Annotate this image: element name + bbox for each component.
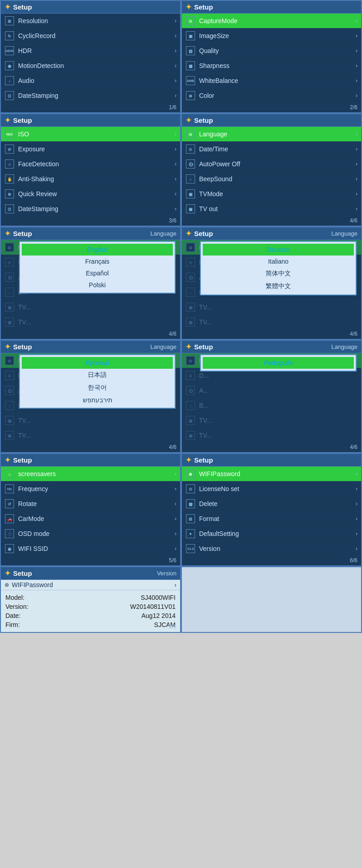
version-info-block: Model: SJ4000WIFI Version: W20140811V01 … <box>1 590 180 632</box>
panel-lang2-title: Setup <box>194 230 213 237</box>
tvmode-icon: ▣ <box>186 189 195 199</box>
list-item[interactable]: ↻ CyclicRecord › <box>1 29 180 43</box>
list-item[interactable]: ▨ Quality › <box>182 43 361 58</box>
list-item[interactable]: AWB WhiteBalance › <box>182 73 361 88</box>
list-item[interactable]: ▦ Delete › <box>182 497 361 511</box>
list-item: ▣ TV... <box>1 428 180 443</box>
b4-icon: ♪ <box>186 400 195 410</box>
list-item[interactable]: ☼ screensavers › <box>1 467 180 482</box>
list-item[interactable]: ISO ISO › <box>1 127 180 142</box>
panel-2-menu: ⊙ CaptureMode › ▣ ImageSize › ▨ Quality … <box>182 14 361 112</box>
lang-option-japanese[interactable]: 日本語 <box>22 369 173 381</box>
panel-4-6-setup: ✦ Setup ⊙ Language › ⊙ Date/Time › ⏻ Aut… <box>181 113 362 227</box>
screensaver-icon: ☼ <box>5 469 14 479</box>
list-item[interactable]: ↺ Rotate › <box>1 497 180 511</box>
lang-bg3-icon: ⊙ <box>5 356 14 366</box>
list-item[interactable]: ⊡ DateStamping › <box>1 202 180 217</box>
page-indicator-l4: 4/6 <box>350 444 357 450</box>
lang-option-chinese-simplified[interactable]: 简体中文 <box>203 267 354 280</box>
lang-option-chinese-traditional[interactable]: 繁體中文 <box>203 280 354 293</box>
lang-option-espanol[interactable]: Español <box>22 267 173 279</box>
tv5-icon: ▣ <box>5 415 14 425</box>
list-item[interactable]: ✦ DefaultSetting › <box>182 526 361 541</box>
lang-bg2-icon: ⊙ <box>186 242 195 252</box>
panel-3-menu: ISO ISO › ⊘ Exposure › ☺ FaceDetection ›… <box>1 127 180 226</box>
wifi-password-row[interactable]: ⊛ WIFIPassword › <box>1 580 180 590</box>
wifipw-top-icon: ⊛ <box>5 582 9 588</box>
gear-icon: ✦ <box>5 3 10 11</box>
list-item[interactable]: Hz Frequency › <box>1 482 180 497</box>
imagesize-icon: ▣ <box>186 31 195 41</box>
lang-option-english[interactable]: English <box>22 244 173 256</box>
list-item[interactable]: ♪ Audio › <box>1 73 180 88</box>
quality-icon: ▨ <box>186 46 195 56</box>
list-item: ⏻ A... <box>182 383 361 398</box>
panel-5-menu: ☼ screensavers › Hz Frequency › ↺ Rotate… <box>1 467 180 565</box>
lang-bg4-icon: ⊙ <box>186 356 195 366</box>
panel-lang3-header: ✦ Setup Language <box>1 341 180 353</box>
tv2-icon: ▣ <box>5 317 14 327</box>
panel-lang3-bg: ⊙ Language › ⊙ D... ⏻ A... ♪ B... ▣ TV..… <box>1 353 180 452</box>
gear-icon-2: ✦ <box>186 3 191 11</box>
list-item[interactable]: ▣ TV out › <box>182 202 361 217</box>
list-item[interactable]: ⊙ Language › <box>182 127 361 142</box>
color-icon: ⊛ <box>186 91 195 101</box>
tv1-icon: ▣ <box>5 302 14 312</box>
datetime-icon: ⊙ <box>186 144 195 154</box>
panel-lang-english: ✦ Setup Language ⊙ Language › ⊙ D... ⏻ A… <box>0 227 181 340</box>
row-6: ✦ Setup Version ⊛ WIFIPassword › Model: … <box>0 566 362 633</box>
list-item[interactable]: ⁛ OSD mode › <box>1 526 180 541</box>
list-item[interactable]: ⊞ Format › <box>182 511 361 526</box>
list-item[interactable]: ⊘ Exposure › <box>1 142 180 157</box>
autopower-icon: ⏻ <box>186 159 195 169</box>
list-item[interactable]: ⊙ Date/Time › <box>182 142 361 157</box>
list-item[interactable]: ◉ WIFI SSID › <box>1 541 180 556</box>
list-item[interactable]: ⊙ LicenseNo set › <box>182 482 361 497</box>
row-2: ✦ Setup ISO ISO › ⊘ Exposure › ☺ FaceDet… <box>0 113 362 227</box>
panel-lang-deutsch: ✦ Setup Language ⊙ Language › ⊙ D... ⏻ A… <box>181 227 362 340</box>
list-item[interactable]: ⊞ Resolution › <box>1 14 180 29</box>
lang-option-russian[interactable]: Русский <box>22 357 173 369</box>
list-item[interactable]: ♪ BeepSound › <box>182 172 361 187</box>
page-indicator-6: 6/6 <box>350 557 357 564</box>
list-item[interactable]: ⊛ WIFIPassword › <box>182 467 361 482</box>
page-indicator-l2: 4/6 <box>350 331 357 337</box>
list-item[interactable]: ⊕ Quick Review › <box>1 187 180 202</box>
lang-option-korean[interactable]: 한국어 <box>22 381 173 394</box>
list-item[interactable]: ⊙ CaptureMode › <box>182 14 361 29</box>
language-dropdown: English Français Español Polski <box>19 241 176 294</box>
datestamp-icon: ⊡ <box>5 204 14 214</box>
panel-lang1-bg: ⊙ Language › ⊙ D... ⏻ A... ♪ B... ▣ TV..… <box>1 240 180 339</box>
list-item[interactable]: ▣ TVMode › <box>182 187 361 202</box>
list-item[interactable]: ☺ FaceDetection › <box>1 157 180 172</box>
row-4: ✦ Setup Language ⊙ Language › ⊙ D... ⏻ A… <box>0 340 362 453</box>
tv3-icon: ▣ <box>186 302 195 312</box>
lang-option-hebrew[interactable]: תירבעתפש <box>22 394 173 406</box>
panel-1-header: ✦ Setup <box>1 1 180 14</box>
list-item[interactable]: ▩ Sharpness › <box>182 58 361 73</box>
panel-6-header: ✦ Setup <box>182 454 361 467</box>
panel-4-title: Setup <box>194 116 213 124</box>
list-item[interactable]: V1.0 Version › <box>182 541 361 556</box>
panel-2-6-setup: ✦ Setup ⊙ CaptureMode › ▣ ImageSize › ▨ … <box>181 0 362 113</box>
language-dropdown-3: Русский 日本語 한국어 תירבעתפש <box>19 354 176 409</box>
list-item[interactable]: ▣ ImageSize › <box>182 29 361 43</box>
lang-option-italiano[interactable]: Italiano <box>203 256 354 267</box>
list-item[interactable]: ⊛ Color › <box>182 88 361 103</box>
panel-5-title: Setup <box>13 456 32 464</box>
osd-icon: ⁛ <box>5 529 14 539</box>
list-item[interactable]: ⊡ DateStamping › <box>1 88 180 103</box>
panel-2-header: ✦ Setup <box>182 1 361 14</box>
lang-option-portuguese[interactable]: Português <box>203 357 354 369</box>
panel-1-6-setup: ✦ Setup ⊞ Resolution › ↻ CyclicRecord › … <box>0 0 181 113</box>
list-item[interactable]: HDR HDR › <box>1 43 180 58</box>
page-indicator-v: 6/6 <box>169 624 176 630</box>
lang-option-deutsch[interactable]: Deutsch <box>203 244 354 256</box>
list-item[interactable]: ✋ Anti-Shaking › <box>1 172 180 187</box>
lang-option-polski[interactable]: Polski <box>22 279 173 291</box>
lang-option-francais[interactable]: Français <box>22 256 173 267</box>
list-item[interactable]: ◉ MotionDetection › <box>1 58 180 73</box>
list-item[interactable]: 🚗 CarMode › <box>1 511 180 526</box>
gear-icon-l4: ✦ <box>186 342 191 351</box>
list-item[interactable]: ⏻ AutoPower Off › <box>182 157 361 172</box>
